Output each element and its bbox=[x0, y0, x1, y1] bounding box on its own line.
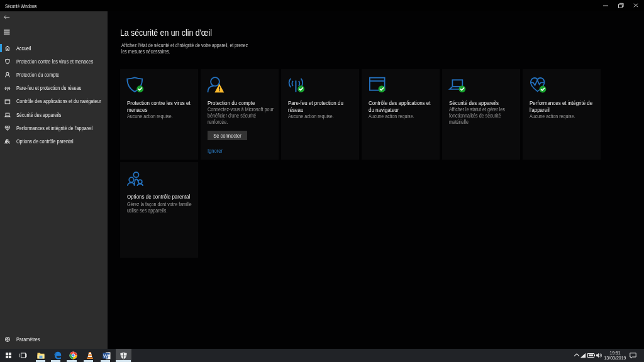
svg-text:W: W bbox=[103, 353, 108, 358]
